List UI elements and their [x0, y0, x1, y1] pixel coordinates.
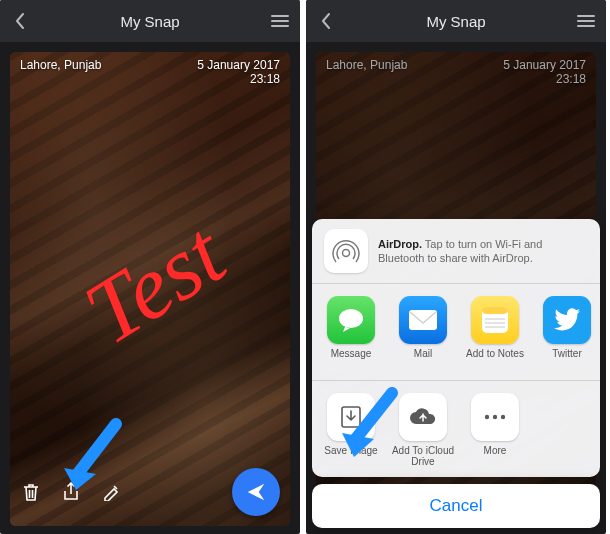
nav-bar: My Snap	[0, 0, 300, 42]
save-image-icon	[327, 393, 375, 441]
svg-point-9	[501, 415, 505, 419]
notes-icon	[471, 296, 519, 344]
action-row[interactable]: Save Image Add To iCloud Drive More	[312, 381, 600, 477]
airdrop-text: AirDrop. Tap to turn on Wi-Fi and Blueto…	[378, 237, 588, 266]
svg-point-1	[343, 250, 350, 257]
message-icon	[327, 296, 375, 344]
svg-point-2	[339, 309, 363, 328]
page-title: My Snap	[30, 13, 270, 30]
back-button[interactable]	[316, 11, 336, 31]
twitter-icon	[543, 296, 591, 344]
page-title: My Snap	[336, 13, 576, 30]
share-app-notes[interactable]: Add to Notes	[460, 296, 530, 370]
share-app-message[interactable]: Message	[316, 296, 386, 370]
app-share-row[interactable]: Message Mail Add to Notes	[312, 284, 600, 381]
delete-button[interactable]	[20, 481, 42, 503]
share-app-mail[interactable]: Mail	[388, 296, 458, 370]
svg-text:Test: Test	[68, 203, 242, 363]
menu-button[interactable]	[576, 11, 596, 31]
snap-preview[interactable]: Lahore, Punjab 5 January 2017 23:18 Test	[10, 52, 290, 526]
airdrop-row[interactable]: AirDrop. Tap to turn on Wi-Fi and Blueto…	[312, 219, 600, 284]
time-label: 23:18	[197, 72, 280, 86]
drawing-overlay: Test	[10, 52, 290, 526]
svg-rect-5	[482, 307, 508, 314]
icloud-icon	[399, 393, 447, 441]
svg-point-8	[493, 415, 497, 419]
action-save-image[interactable]: Save Image	[316, 393, 386, 467]
mail-icon	[399, 296, 447, 344]
share-button[interactable]	[60, 481, 82, 503]
action-icloud-drive[interactable]: Add To iCloud Drive	[388, 393, 458, 467]
share-app-twitter[interactable]: Twitter	[532, 296, 600, 370]
svg-point-7	[485, 415, 489, 419]
menu-button[interactable]	[270, 11, 290, 31]
back-button[interactable]	[10, 11, 30, 31]
share-sheet: AirDrop. Tap to turn on Wi-Fi and Blueto…	[312, 219, 600, 528]
date-label: 5 January 2017	[197, 58, 280, 72]
more-icon	[471, 393, 519, 441]
cancel-button[interactable]: Cancel	[312, 484, 600, 528]
svg-rect-3	[409, 310, 437, 330]
edit-button[interactable]	[100, 481, 122, 503]
nav-bar: My Snap	[306, 0, 606, 42]
location-label: Lahore, Punjab	[20, 58, 101, 86]
airdrop-icon	[324, 229, 368, 273]
right-screenshot: My Snap Lahore, Punjab 5 January 2017 23…	[306, 0, 606, 534]
send-button[interactable]	[232, 468, 280, 516]
left-screenshot: My Snap Lahore, Punjab 5 January 2017 23…	[0, 0, 300, 534]
action-more[interactable]: More	[460, 393, 530, 467]
